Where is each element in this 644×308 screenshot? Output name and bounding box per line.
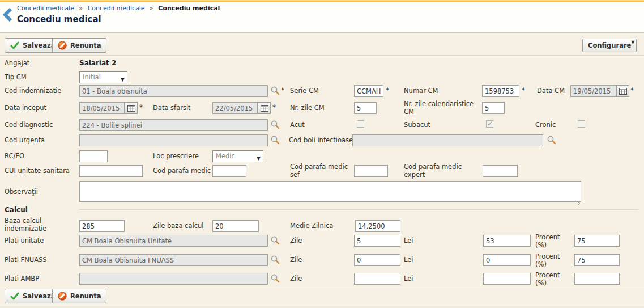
rc-fo-input[interactable] bbox=[79, 150, 108, 162]
rc-fo-label: RC/FO bbox=[5, 152, 24, 160]
chevron-left-icon bbox=[2, 7, 15, 23]
numar-cm-label: Numar CM bbox=[404, 87, 438, 95]
cod-urgenta-input bbox=[79, 134, 268, 146]
plati-fnuass-lei-input[interactable] bbox=[483, 254, 531, 266]
plati-ambp-zile-input[interactable] bbox=[354, 273, 400, 285]
nr-zile-cm-input[interactable] bbox=[354, 102, 377, 114]
check-icon bbox=[10, 292, 19, 301]
loc-prescriere-label: Loc prescriere bbox=[153, 152, 199, 160]
plati-unitate-zile-input[interactable] bbox=[354, 235, 400, 247]
plati-fnuass-input bbox=[79, 254, 268, 266]
plati-unitate-label: Plati unitate bbox=[5, 237, 44, 244]
plati-unitate-lei-input[interactable] bbox=[483, 235, 531, 247]
cui-unitate-input[interactable] bbox=[79, 165, 143, 177]
required-asterisk: * bbox=[281, 86, 284, 94]
cod-parafa-medic-input[interactable] bbox=[212, 165, 246, 177]
magnifier-icon bbox=[270, 86, 280, 95]
magnifier-icon bbox=[270, 135, 280, 145]
breadcrumb-link-1[interactable]: Concedii medicale bbox=[17, 5, 74, 12]
check-icon bbox=[10, 41, 19, 50]
cod-boli-infectioase-label: Cod boli infectioase bbox=[289, 136, 353, 144]
plati-fnuass-lookup-button[interactable] bbox=[270, 255, 280, 267]
plati-ambp-lei-input[interactable] bbox=[483, 273, 531, 285]
required-asterisk: * bbox=[386, 86, 389, 94]
baza-calcul-input[interactable] bbox=[79, 220, 125, 232]
configure-button[interactable]: Configurare ▼ bbox=[582, 39, 637, 52]
medie-zilnica-input[interactable] bbox=[355, 220, 400, 232]
breadcrumb-separator: » bbox=[150, 5, 153, 12]
toolbar-divider bbox=[0, 55, 644, 56]
data-cm-input bbox=[570, 85, 616, 97]
required-asterisk: * bbox=[272, 103, 276, 111]
breadcrumb-link-2[interactable]: Concedii medicale bbox=[88, 5, 145, 12]
procent-label: Procent (%) bbox=[535, 252, 564, 268]
lei-label: Lei bbox=[404, 237, 413, 244]
calcul-section-title: Calcul bbox=[5, 206, 28, 214]
select-arrow-icon: ▼ bbox=[121, 74, 125, 85]
cod-parafa-medic-expert-input[interactable] bbox=[483, 165, 518, 177]
cancel-button-bottom[interactable]: Renunta bbox=[52, 289, 106, 303]
data-inceput-calendar-button[interactable] bbox=[125, 102, 138, 114]
cod-diagnostic-lookup-button[interactable] bbox=[270, 120, 280, 132]
plati-unitate-lookup-button[interactable] bbox=[270, 235, 280, 247]
cancel-button[interactable]: Renunta bbox=[52, 38, 106, 53]
nr-zile-cm-label: Nr. zile CM bbox=[290, 104, 325, 112]
calendar-icon bbox=[261, 105, 268, 112]
calcul-section-divider bbox=[79, 209, 638, 210]
cod-parafa-medic-label: Cod parafa medic bbox=[153, 167, 211, 175]
magnifier-icon bbox=[270, 235, 280, 245]
numar-cm-input[interactable] bbox=[482, 85, 519, 97]
breadcrumb-current: Concediu medical bbox=[158, 5, 220, 12]
cancel-icon bbox=[58, 292, 67, 301]
subacut-checkbox bbox=[486, 120, 493, 128]
data-sfarsit-calendar-button[interactable] bbox=[258, 102, 271, 114]
serie-cm-input[interactable] bbox=[354, 85, 383, 97]
breadcrumb: Concedii medicale » Concedii medicale » … bbox=[17, 5, 220, 12]
concediu-medical-page: Concedii medicale » Concedii medicale » … bbox=[0, 0, 644, 308]
data-cm-label: Data CM bbox=[537, 87, 565, 95]
procent-label: Procent (%) bbox=[535, 271, 564, 287]
zile-baza-calcul-input[interactable] bbox=[212, 220, 259, 232]
required-asterisk: * bbox=[630, 86, 634, 94]
cronic-checkbox bbox=[578, 120, 585, 128]
data-inceput-input bbox=[79, 102, 125, 114]
cod-urgenta-lookup-button[interactable] bbox=[270, 135, 280, 147]
plati-ambp-procent-input[interactable] bbox=[574, 273, 620, 285]
cod-indemnizatie-input bbox=[79, 85, 268, 97]
plati-ambp-label: Plati AMBP bbox=[5, 275, 39, 282]
nr-zile-calendaristice-input[interactable] bbox=[482, 102, 505, 114]
zile-label: Zile bbox=[290, 275, 302, 282]
cod-indemnizatie-lookup-button[interactable] bbox=[270, 86, 280, 98]
loc-prescriere-select[interactable]: Medic ▼ bbox=[212, 150, 263, 162]
magnifier-icon bbox=[547, 135, 556, 145]
procent-label: Procent (%) bbox=[535, 233, 564, 249]
cod-parafa-medic-sef-input[interactable] bbox=[354, 165, 388, 177]
plati-fnuass-zile-input[interactable] bbox=[354, 254, 400, 266]
save-button-label: Salvează bbox=[23, 41, 56, 49]
cancel-button-label: Renunta bbox=[70, 41, 101, 49]
calendar-icon bbox=[619, 88, 627, 95]
cod-parafa-medic-sef-label: Cod parafa medic sef bbox=[290, 163, 349, 179]
tip-cm-select-value: Initial bbox=[83, 73, 101, 81]
acut-checkbox bbox=[357, 120, 364, 128]
observatii-textarea[interactable] bbox=[79, 181, 581, 202]
tip-cm-select[interactable]: Initial ▼ bbox=[79, 71, 127, 83]
data-cm-calendar-button[interactable] bbox=[616, 85, 629, 97]
back-button[interactable] bbox=[2, 7, 15, 23]
magnifier-icon bbox=[270, 255, 280, 264]
plati-ambp-lookup-button[interactable] bbox=[270, 273, 280, 285]
data-inceput-label: Data inceput bbox=[5, 104, 46, 112]
plati-fnuass-procent-input[interactable] bbox=[574, 254, 620, 266]
zile-label: Zile bbox=[290, 256, 302, 264]
plati-unitate-procent-input[interactable] bbox=[574, 235, 620, 247]
bottom-strip bbox=[0, 306, 644, 308]
lei-label: Lei bbox=[404, 275, 413, 282]
cui-unitate-label: CUI unitate sanitara bbox=[5, 167, 70, 175]
cod-boli-infectioase-input bbox=[352, 134, 543, 146]
plati-fnuass-label: Plati FNUASS bbox=[5, 256, 47, 264]
subacut-label: Subacut bbox=[404, 121, 430, 129]
cancel-button-label: Renunta bbox=[70, 292, 101, 300]
caret-down-icon: ▼ bbox=[631, 40, 634, 45]
cod-boli-infectioase-lookup-button[interactable] bbox=[547, 135, 556, 147]
baza-calcul-label: Baza calcul indemnizatie bbox=[5, 217, 56, 233]
